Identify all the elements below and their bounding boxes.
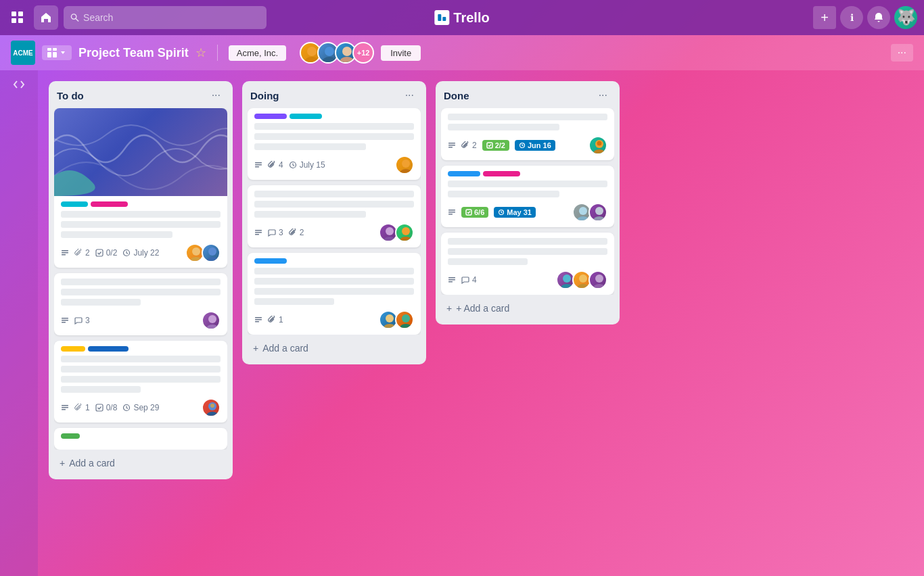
card-line (61, 386, 141, 393)
card-text (61, 279, 221, 306)
card-labels (61, 346, 221, 352)
card-doing-2[interactable]: 3 2 (248, 185, 421, 247)
card-meta-description (61, 249, 69, 257)
add-card-doing-button[interactable]: + Add a card (248, 339, 421, 358)
svg-point-14 (342, 47, 352, 56)
card-avatar (202, 243, 221, 262)
svg-rect-30 (62, 405, 68, 406)
card-avatar (202, 398, 221, 417)
svg-point-10 (307, 47, 317, 56)
card-meta-checklist: 0/2 (95, 248, 118, 258)
workspace-button[interactable]: Acme, Inc. (229, 45, 286, 61)
svg-rect-25 (62, 318, 68, 319)
card-done-1[interactable]: 2 2/2 Jun 16 (441, 108, 614, 160)
svg-rect-19 (96, 249, 103, 256)
svg-point-4 (71, 14, 76, 19)
card-meta-description (254, 161, 262, 169)
card-line (254, 123, 414, 130)
board-logo: ACME (11, 41, 35, 65)
card-line (61, 289, 221, 295)
card-line (448, 191, 559, 197)
add-card-done-button[interactable]: + + Add a card (441, 299, 614, 318)
board-more-button[interactable]: ··· (891, 44, 913, 62)
card-text (61, 211, 221, 238)
home-button[interactable] (34, 5, 58, 30)
svg-rect-9 (53, 52, 57, 57)
list-done: Done ··· 2 (436, 81, 620, 325)
label-cyan (61, 201, 88, 207)
search-input[interactable] (83, 12, 260, 23)
svg-point-15 (340, 57, 354, 64)
card-done-3[interactable]: 4 (441, 233, 614, 295)
svg-rect-3 (18, 18, 23, 23)
member-avatars: +12 (300, 42, 374, 64)
card-line (61, 221, 221, 228)
card-line (61, 231, 172, 238)
card-meta-description (61, 404, 69, 412)
svg-rect-45 (255, 232, 262, 233)
svg-rect-39 (255, 164, 262, 166)
svg-rect-67 (448, 212, 455, 213)
search-bar[interactable] (64, 6, 267, 29)
card-todo-2[interactable]: 3 (54, 273, 227, 335)
card-line (61, 279, 221, 285)
card-todo-4[interactable] (54, 428, 227, 450)
svg-point-55 (384, 324, 396, 329)
svg-rect-59 (448, 145, 455, 146)
card-labels (254, 258, 414, 264)
label-blue (88, 346, 129, 352)
card-cover (54, 108, 227, 196)
add-button[interactable]: + (813, 6, 836, 29)
card-done-2[interactable]: 6/6 May 31 (441, 166, 614, 227)
card-line (61, 366, 221, 373)
card-meta-date: July 22 (122, 248, 159, 258)
member-more-button[interactable]: +12 (352, 42, 374, 64)
user-avatar[interactable]: 🐺 (894, 6, 917, 29)
svg-point-64 (593, 149, 605, 155)
card-avatar (202, 311, 221, 330)
card-labels (61, 433, 221, 439)
svg-point-82 (595, 274, 603, 283)
nav-right-actions: + ℹ 🐺 (813, 6, 917, 29)
bell-button[interactable] (867, 6, 890, 29)
list-done-more-button[interactable]: ··· (595, 88, 611, 103)
list-todo-header: To do ··· (54, 88, 227, 108)
card-line (448, 238, 607, 245)
card-footer: 4 July 15 (254, 155, 414, 174)
svg-point-47 (386, 227, 394, 235)
card-line (61, 356, 221, 362)
card-todo-3[interactable]: 1 0/8 Sep 29 (54, 341, 227, 423)
sidebar-toggle-button[interactable] (13, 78, 25, 93)
card-meta-description (254, 316, 262, 324)
info-button[interactable]: ℹ (840, 6, 863, 29)
card-labels (254, 114, 414, 119)
list-todo: To do ··· (49, 81, 233, 479)
board-star-button[interactable]: ☆ (195, 45, 206, 60)
add-card-todo-button[interactable]: + Add a card (54, 454, 227, 473)
list-doing-body: 4 July 15 (248, 108, 421, 335)
card-todo-1[interactable]: 2 0/2 July 22 (54, 108, 227, 268)
svg-point-24 (206, 257, 218, 262)
list-todo-more-button[interactable]: ··· (208, 88, 225, 103)
svg-rect-33 (96, 404, 103, 411)
card-meta-checklist: 0/8 (95, 403, 118, 412)
grid-menu-button[interactable] (7, 7, 28, 28)
svg-point-72 (577, 216, 589, 222)
label-teal (290, 114, 322, 119)
card-labels (61, 201, 221, 207)
board-type-button[interactable] (42, 45, 72, 60)
svg-point-78 (563, 274, 571, 283)
invite-button[interactable]: Invite (381, 45, 421, 61)
card-line (254, 288, 414, 295)
label-pink (91, 201, 128, 207)
card-doing-3[interactable]: 1 (248, 253, 421, 335)
card-avatar (395, 310, 414, 329)
card-avatars (572, 203, 607, 222)
label-purple (254, 114, 287, 119)
card-avatars (202, 398, 221, 417)
card-meta-description (448, 141, 456, 149)
card-doing-1[interactable]: 4 July 15 (248, 108, 421, 180)
svg-line-5 (76, 18, 78, 21)
list-doing-more-button[interactable]: ··· (401, 88, 418, 103)
svg-rect-2 (11, 18, 16, 23)
